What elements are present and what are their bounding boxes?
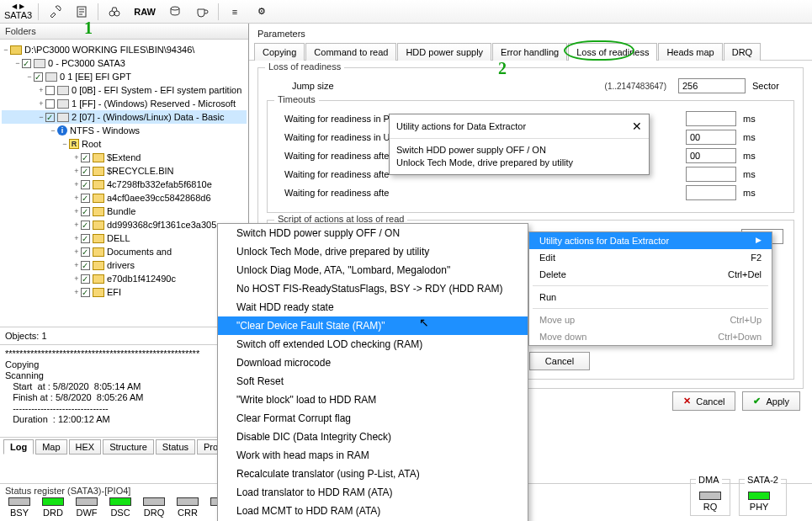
sliders-icon[interactable]: ≡ — [224, 3, 246, 21]
disk-stack-icon[interactable] — [164, 3, 186, 21]
ctx1-item[interactable]: Switch HDD power supply OFF / ON — [218, 224, 528, 242]
ctx1-item[interactable]: "Write block" load to HDD RAM — [218, 391, 528, 409]
sata-indicator: ◀ ▶ SATA3 — [3, 3, 33, 21]
ctx1-item[interactable]: Work with head maps in RAM — [218, 446, 528, 465]
sheet-icon[interactable] — [71, 3, 93, 21]
settings-icon[interactable]: ⚙ — [251, 3, 273, 21]
ctx2-item[interactable]: Utility actions for Data Extractor — [529, 232, 772, 249]
btab-status[interactable]: Status — [156, 439, 195, 455]
bottom-tabs[interactable]: Log Map HEX Structure Status Proc — [0, 437, 249, 456]
timeout-input-0[interactable] — [686, 111, 736, 126]
reg-dwf: DWF — [72, 497, 101, 518]
parameters-tabs[interactable]: Copying Command to read HDD power supply… — [249, 42, 812, 61]
apply-button[interactable]: ✔Apply — [742, 391, 800, 411]
svg-point-2 — [114, 11, 119, 16]
ctx2-item[interactable]: DeleteCtrl+Del — [529, 266, 772, 283]
dialog-title: Utility actions for Data Extractor — [396, 121, 526, 131]
tab-heads[interactable]: Heads map — [658, 43, 722, 61]
jump-label: Jump size — [267, 81, 598, 91]
ctx1-item[interactable]: "Clear Device Fault State (RAM)" — [218, 316, 528, 335]
cancel-button[interactable]: Cancel — [529, 352, 590, 370]
context-menu-edit[interactable]: Utility actions for Data ExtractorEditF2… — [528, 231, 772, 346]
utility-actions-dialog: Utility actions for Data Extractor ✕ Swi… — [389, 114, 650, 175]
btab-hex[interactable]: HEX — [69, 439, 102, 455]
binoculars-icon[interactable] — [103, 3, 125, 21]
check-icon: ✔ — [753, 396, 761, 407]
ctx1-item[interactable]: Load MCMT to HDD RAM (ATA) — [218, 502, 528, 520]
svg-point-3 — [171, 7, 179, 10]
ctx1-item[interactable]: Download microcode — [218, 354, 528, 372]
right-status: DMARQ SATA-2PHY — [690, 479, 787, 516]
ctx2-item[interactable]: Move upCtrl+Up — [529, 311, 772, 328]
close-icon: ✕ — [683, 396, 691, 407]
ctx1-item[interactable]: Clear Format Corrupt flag — [218, 409, 528, 428]
reg-dsc: DSC — [106, 497, 135, 518]
ctx1-item[interactable]: Unlock Diag Mode, ATA, "Lombard, Megalod… — [218, 261, 528, 279]
info-icon: i — [57, 125, 67, 136]
timeout-input-4[interactable] — [686, 185, 736, 200]
folders-header: Folders — [0, 24, 248, 40]
ctx2-item[interactable]: Run — [529, 289, 772, 306]
ctx1-item[interactable]: Unlock Tech Mode, drive prepared by util… — [218, 242, 528, 261]
parameters-title: Parameters — [249, 24, 812, 42]
ctx1-item[interactable]: Soft Reset — [218, 372, 528, 391]
ctx2-item[interactable]: EditF2 — [529, 249, 772, 266]
timeout-input-3[interactable] — [686, 167, 736, 182]
ctx1-item[interactable]: No HOST FIS-ReadyStatusFlags, BSY -> RDY… — [218, 279, 528, 298]
ctx1-item[interactable]: Load translator to HDD RAM (ATA) — [218, 483, 528, 502]
ctx1-item[interactable]: Disable DIC (Data Integrity Check) — [218, 428, 528, 446]
reg-drd: DRD — [39, 497, 67, 518]
ctx2-item[interactable]: Move downCtrl+Down — [529, 328, 772, 345]
tab-command[interactable]: Command to read — [305, 43, 396, 61]
tools-icon[interactable] — [44, 3, 66, 21]
main-toolbar: ◀ ▶ SATA3 RAW ≡ ⚙ — [0, 0, 812, 24]
jump-input[interactable] — [678, 78, 746, 93]
tab-copying[interactable]: Copying — [254, 43, 305, 61]
tab-drq[interactable]: DRQ — [724, 43, 761, 61]
reg-crr: CRR — [173, 497, 202, 518]
timeout-input-1[interactable] — [686, 130, 736, 145]
reg-bsy: BSY — [5, 497, 34, 518]
raw-button[interactable]: RAW — [130, 3, 159, 21]
reg-drq: DRQ — [140, 497, 168, 518]
tab-power[interactable]: HDD power supply — [397, 43, 491, 61]
ctx1-item[interactable]: Wait HDD ready state — [218, 298, 528, 316]
dialog-close-icon[interactable]: ✕ — [632, 120, 642, 133]
btab-structure[interactable]: Structure — [103, 439, 154, 455]
tab-loss[interactable]: Loss of readiness — [568, 43, 657, 61]
cup-icon[interactable] — [191, 3, 213, 21]
root-icon: R — [69, 139, 79, 149]
btab-map[interactable]: Map — [35, 439, 66, 455]
svg-point-1 — [109, 11, 114, 16]
objects-bar: Objects: 1 — [0, 327, 249, 344]
ctx1-item[interactable]: Switch off extended LOD checking (RAM) — [218, 335, 528, 354]
context-menu-actions[interactable]: Switch HDD power supply OFF / ONUnlock T… — [217, 223, 528, 521]
log-area: ****************************************… — [0, 344, 249, 437]
timeout-input-2[interactable] — [686, 148, 736, 163]
cancel2-button[interactable]: ✕Cancel — [672, 391, 735, 411]
ctx1-item[interactable]: Recalculate translator (using P-List, AT… — [218, 465, 528, 483]
btab-log[interactable]: Log — [3, 439, 34, 455]
tab-error[interactable]: Error handling — [492, 43, 567, 61]
